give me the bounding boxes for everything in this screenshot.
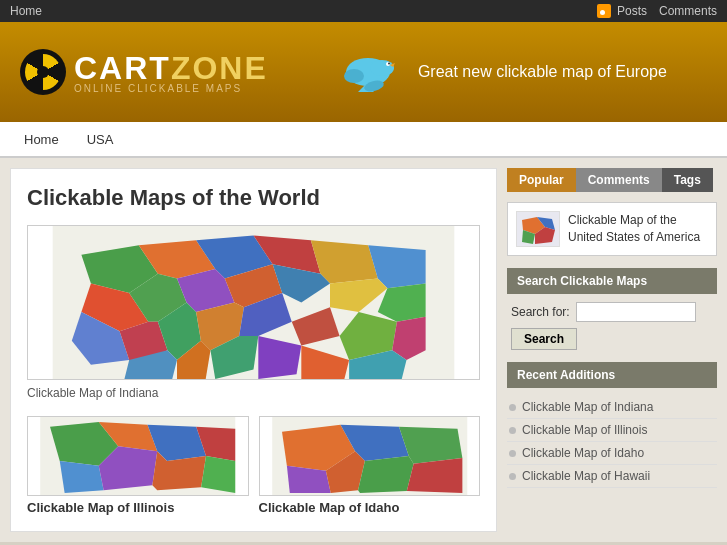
recent-additions-header: Recent Additions bbox=[507, 362, 717, 388]
idaho-card: Clickable Map of Idaho bbox=[259, 416, 481, 515]
search-for-label: Search for: bbox=[511, 305, 570, 319]
featured-card[interactable]: Clickable Map of the United States of Am… bbox=[507, 202, 717, 256]
main-map-caption: Clickable Map of Indiana bbox=[27, 386, 480, 400]
illinois-caption: Clickable Map of Illinois bbox=[27, 500, 249, 515]
svg-point-1 bbox=[370, 60, 394, 76]
idaho-map-thumb[interactable] bbox=[259, 416, 481, 496]
idaho-map-svg bbox=[260, 417, 480, 495]
search-button[interactable]: Search bbox=[511, 328, 577, 350]
svg-marker-42 bbox=[60, 461, 104, 493]
top-bar-right: Posts Comments bbox=[597, 4, 717, 18]
search-input[interactable] bbox=[576, 302, 696, 322]
logo-text: CARTZONE bbox=[74, 50, 268, 87]
tab-popular[interactable]: Popular bbox=[507, 168, 576, 192]
search-form: Search for: Search bbox=[507, 302, 717, 350]
indiana-map-svg bbox=[28, 226, 479, 379]
featured-map-svg bbox=[517, 212, 560, 247]
bottom-maps: Clickable Map of Illinois C bbox=[27, 416, 480, 515]
svg-marker-45 bbox=[201, 456, 235, 493]
top-bar: Home Posts Comments bbox=[0, 0, 727, 22]
illinois-card: Clickable Map of Illinois bbox=[27, 416, 249, 515]
recent-dot bbox=[509, 473, 516, 480]
bird-icon bbox=[338, 48, 398, 96]
nav-usa[interactable]: USA bbox=[73, 124, 128, 157]
logo-area: CARTZONE ONLINE CLICKABLE MAPS bbox=[20, 49, 268, 95]
rss-posts[interactable]: Posts bbox=[597, 4, 647, 18]
recent-list-item: Clickable Map of Illinois bbox=[507, 419, 717, 442]
search-section: Search Clickable Maps Search for: Search bbox=[507, 268, 717, 350]
illinois-map-thumb[interactable] bbox=[27, 416, 249, 496]
svg-point-2 bbox=[344, 69, 364, 83]
tabs-row: Popular Comments Tags bbox=[507, 168, 717, 192]
logo-text-area: CARTZONE ONLINE CLICKABLE MAPS bbox=[74, 50, 268, 94]
svg-point-5 bbox=[388, 63, 390, 65]
tab-tags[interactable]: Tags bbox=[662, 168, 713, 192]
rss-icon bbox=[597, 4, 611, 18]
recent-link[interactable]: Clickable Map of Indiana bbox=[522, 400, 653, 414]
recent-list: Clickable Map of IndianaClickable Map of… bbox=[507, 396, 717, 488]
logo-cart: CART bbox=[74, 50, 171, 86]
recent-dot bbox=[509, 404, 516, 411]
recent-link[interactable]: Clickable Map of Hawaii bbox=[522, 469, 650, 483]
logo-icon bbox=[20, 49, 66, 95]
recent-list-item: Clickable Map of Indiana bbox=[507, 396, 717, 419]
nav-home[interactable]: Home bbox=[10, 124, 73, 157]
featured-thumb bbox=[516, 211, 560, 247]
idaho-caption: Clickable Map of Idaho bbox=[259, 500, 481, 515]
tab-comments[interactable]: Comments bbox=[576, 168, 662, 192]
home-link[interactable]: Home bbox=[10, 4, 42, 18]
nav-bar: Home USA bbox=[0, 122, 727, 158]
recent-dot bbox=[509, 427, 516, 434]
indiana-map-thumb[interactable] bbox=[27, 225, 480, 380]
sidebar: Popular Comments Tags Clickable Map of t… bbox=[507, 168, 717, 532]
logo-zone: ZONE bbox=[171, 50, 268, 86]
nuclear-icon bbox=[25, 54, 61, 90]
rss-comments[interactable]: Comments bbox=[659, 4, 717, 18]
search-for-row: Search for: bbox=[511, 302, 713, 322]
header-center: Great new clickable map of Europe bbox=[298, 48, 707, 96]
page-title: Clickable Maps of the World bbox=[27, 185, 480, 211]
recent-list-item: Clickable Map of Hawaii bbox=[507, 465, 717, 488]
recent-section: Recent Additions Clickable Map of Indian… bbox=[507, 362, 717, 488]
header-tagline: Great new clickable map of Europe bbox=[418, 63, 667, 81]
search-header: Search Clickable Maps bbox=[507, 268, 717, 294]
featured-text: Clickable Map of the United States of Am… bbox=[568, 212, 708, 246]
main-wrapper: Clickable Maps of the World bbox=[0, 158, 727, 542]
recent-list-item: Clickable Map of Idaho bbox=[507, 442, 717, 465]
logo-sub: ONLINE CLICKABLE MAPS bbox=[74, 83, 268, 94]
header: CARTZONE ONLINE CLICKABLE MAPS Great new… bbox=[0, 22, 727, 122]
illinois-map-svg bbox=[28, 417, 248, 495]
recent-dot bbox=[509, 450, 516, 457]
recent-link[interactable]: Clickable Map of Illinois bbox=[522, 423, 647, 437]
svg-marker-52 bbox=[358, 456, 414, 493]
content-area: Clickable Maps of the World bbox=[10, 168, 497, 532]
recent-link[interactable]: Clickable Map of Idaho bbox=[522, 446, 644, 460]
